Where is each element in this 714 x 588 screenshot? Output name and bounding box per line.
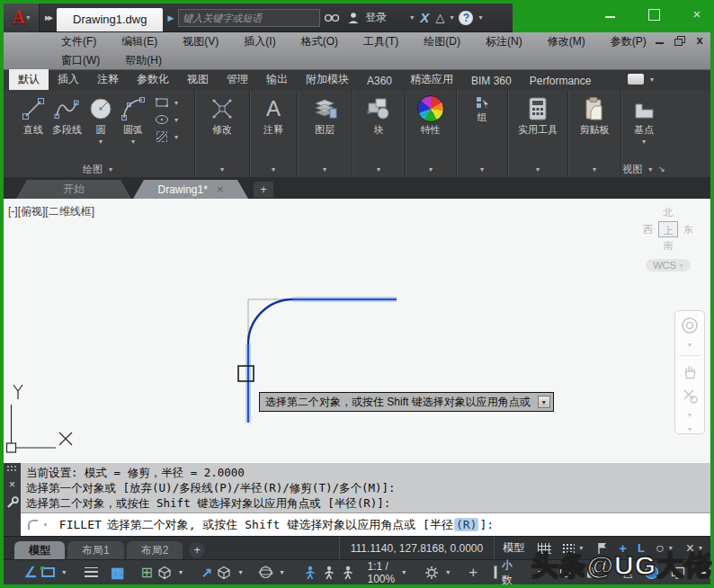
- menu-modify[interactable]: 修改(M): [535, 32, 598, 51]
- menu-file[interactable]: 文件(F): [49, 32, 109, 51]
- sign-in-button[interactable]: 登录: [365, 10, 387, 25]
- app-menu-button[interactable]: A ▾: [4, 4, 40, 32]
- annotate-button[interactable]: A 注释: [257, 94, 290, 138]
- chevron-down-icon[interactable]: ▾: [174, 99, 178, 107]
- layers-button[interactable]: 图层: [308, 94, 341, 138]
- group-button[interactable]: 组: [472, 94, 492, 126]
- menu-help[interactable]: 帮助(H): [112, 51, 174, 70]
- a360-dropdown-icon[interactable]: ▾: [450, 13, 453, 22]
- ribbon-tab-featured[interactable]: 精选应用: [401, 69, 462, 90]
- new-tab-button[interactable]: +: [254, 182, 273, 198]
- command-close-icon[interactable]: ×: [9, 480, 15, 489]
- rectangle-tool[interactable]: ▾: [155, 95, 181, 110]
- viewcube[interactable]: 北 西 上 东 南 WCS ▾: [638, 206, 698, 272]
- zoom-extents-icon[interactable]: [681, 387, 699, 405]
- cube-icon[interactable]: [157, 566, 172, 580]
- viewcube-west[interactable]: 西: [643, 223, 653, 236]
- annotation-scale-control[interactable]: 1:1 / 100% ▾: [361, 564, 415, 582]
- model-space-toggle[interactable]: 模型: [495, 537, 532, 559]
- ribbon-tab-annotate[interactable]: 注释: [88, 69, 128, 90]
- lineweight-toggle[interactable]: [78, 564, 104, 582]
- menu-tools[interactable]: 工具(T): [351, 32, 411, 51]
- layout-tab-model[interactable]: 模型: [14, 541, 65, 559]
- modify-button[interactable]: 修改: [206, 94, 238, 138]
- search-icon[interactable]: [324, 12, 340, 24]
- properties-button[interactable]: 特性: [415, 94, 447, 138]
- dynamic-ucs-icon[interactable]: ⊞: [140, 564, 152, 581]
- annotation-visibility-icon[interactable]: [303, 566, 317, 580]
- clipboard-button[interactable]: 剪贴板: [577, 94, 612, 138]
- orbit-icon[interactable]: [258, 565, 273, 580]
- arc-button[interactable]: 圆弧 ▾: [117, 94, 149, 147]
- ribbon-tab-parametric[interactable]: 参数化: [128, 69, 178, 90]
- workspace-switching[interactable]: ▾: [418, 564, 459, 582]
- base-button[interactable]: 基点 ▾: [628, 94, 660, 147]
- ribbon-tab-manage[interactable]: 管理: [218, 69, 257, 90]
- annotation-autoscale-icon[interactable]: [322, 566, 336, 580]
- chevron-down-icon[interactable]: ▾: [402, 568, 406, 576]
- chevron-down-icon[interactable]: ▾: [99, 138, 103, 146]
- new-layout-button[interactable]: +: [189, 542, 205, 558]
- viewcube-north[interactable]: 北: [638, 206, 698, 219]
- circle-button[interactable]: 圆 ▾: [85, 94, 117, 147]
- chevron-down-icon[interactable]: ▾: [281, 568, 284, 576]
- rect-snap-icon[interactable]: [41, 567, 55, 577]
- title-expand-icon[interactable]: ▶: [167, 13, 174, 22]
- dialog-launcher-icon[interactable]: ↘: [658, 165, 665, 174]
- properties-panel-expander[interactable]: ▾: [406, 161, 456, 177]
- block-button[interactable]: 块: [362, 94, 395, 138]
- ribbon-tab-a360[interactable]: A360: [358, 72, 401, 90]
- menu-draw[interactable]: 绘图(D): [411, 32, 473, 51]
- ribbon-tab-output[interactable]: 输出: [257, 69, 297, 90]
- close-button[interactable]: ×: [691, 9, 703, 20]
- chevron-down-icon[interactable]: ▾: [174, 116, 178, 124]
- chevron-down-icon[interactable]: ▾: [688, 341, 692, 349]
- move-pan-button[interactable]: +: [462, 564, 484, 582]
- menu-insert[interactable]: 插入(I): [231, 32, 288, 51]
- a360-icon[interactable]: △: [435, 11, 444, 24]
- drawing-canvas[interactable]: [-][俯视][二维线框]: [4, 199, 710, 463]
- cube-icon[interactable]: [217, 566, 231, 580]
- block-panel-expander[interactable]: ▾: [353, 161, 405, 177]
- steering-wheel-icon[interactable]: [681, 316, 699, 334]
- chevron-down-icon[interactable]: ▾: [238, 568, 242, 576]
- chevron-down-icon[interactable]: ▾: [179, 568, 183, 576]
- dynamic-input-icon[interactable]: ↗: [201, 565, 213, 581]
- hatch-transparency-toggle[interactable]: ▦: [104, 564, 130, 582]
- chevron-down-icon[interactable]: ▾: [446, 568, 450, 576]
- draw-panel-label[interactable]: 绘图 ▾: [4, 161, 194, 177]
- annotation-scale-icon[interactable]: [341, 566, 355, 580]
- view-panel-label[interactable]: 视图 ▾ ↘: [621, 161, 666, 177]
- layout-tab-layout1[interactable]: 布局1: [67, 541, 124, 559]
- utilities-panel-expander[interactable]: ▾: [508, 161, 567, 177]
- drag-grip-icon[interactable]: [6, 465, 18, 473]
- ribbon-tab-addins[interactable]: 附加模块: [297, 69, 358, 90]
- menu-parametric[interactable]: 参数(P): [598, 32, 659, 51]
- pan-hand-icon[interactable]: [681, 362, 699, 380]
- search-input[interactable]: [183, 13, 316, 23]
- file-tab-drawing1[interactable]: Drawing1* ×: [133, 180, 248, 199]
- menu-view[interactable]: 视图(V): [170, 32, 231, 51]
- ribbon-tab-performance[interactable]: Performance: [521, 72, 601, 90]
- file-tab-start[interactable]: 开始: [16, 180, 131, 199]
- wrench-icon[interactable]: [6, 496, 19, 509]
- minimize-button[interactable]: [604, 9, 617, 20]
- doc-minimize-button[interactable]: [655, 36, 665, 45]
- angle-snap-icon[interactable]: ∠: [24, 564, 37, 581]
- ribbon-display-toggle[interactable]: ▾: [628, 74, 656, 85]
- maximize-button[interactable]: [647, 9, 660, 20]
- doc-close-button[interactable]: x: [694, 36, 705, 45]
- chevron-down-icon[interactable]: ▾: [688, 411, 692, 419]
- layers-panel-expander[interactable]: ▾: [298, 161, 352, 177]
- viewcube-south[interactable]: 南: [638, 239, 698, 253]
- menu-window[interactable]: 窗口(W): [49, 51, 112, 70]
- ribbon-tab-bim360[interactable]: BIM 360: [462, 72, 521, 90]
- close-tab-icon[interactable]: ×: [217, 183, 224, 196]
- chevron-down-icon[interactable]: ▾: [688, 425, 692, 433]
- viewcube-top[interactable]: 上: [658, 221, 678, 237]
- chevron-down-icon[interactable]: ▾: [174, 133, 178, 141]
- chevron-down-icon[interactable]: ▾: [131, 138, 135, 146]
- modify-panel-expander[interactable]: ▾: [195, 161, 249, 177]
- chevron-down-icon[interactable]: ▾: [62, 568, 66, 576]
- hatch-tool[interactable]: ▾: [155, 129, 181, 144]
